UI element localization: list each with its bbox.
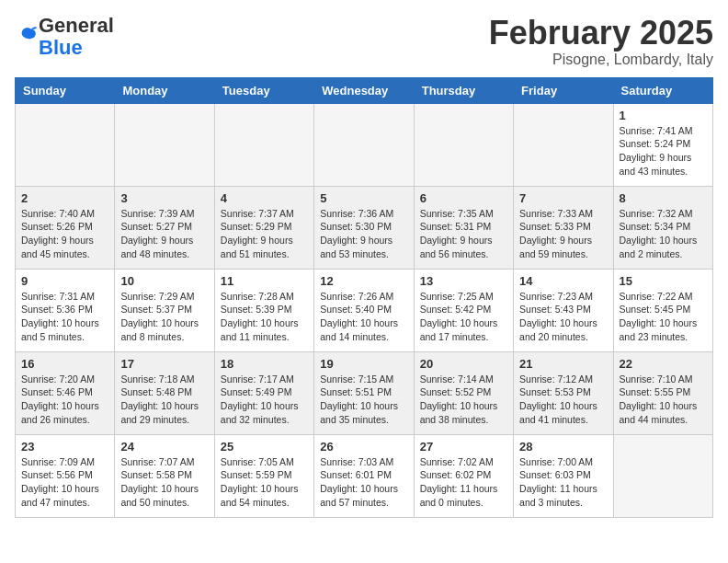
day-number: 23	[21, 440, 108, 454]
week-row-0: 1Sunrise: 7:41 AM Sunset: 5:24 PM Daylig…	[16, 103, 713, 186]
day-number: 18	[221, 357, 308, 371]
day-info: Sunrise: 7:25 AM Sunset: 5:42 PM Dayligh…	[420, 290, 507, 344]
calendar-cell: 20Sunrise: 7:14 AM Sunset: 5:52 PM Dayli…	[414, 351, 513, 434]
day-info: Sunrise: 7:18 AM Sunset: 5:48 PM Dayligh…	[120, 373, 208, 427]
page-header: General Blue February 2025 Pisogne, Lomb…	[15, 15, 713, 68]
day-number: 9	[21, 274, 108, 288]
weekday-header-thursday: Thursday	[414, 77, 513, 103]
weekday-header-tuesday: Tuesday	[214, 77, 313, 103]
calendar-cell: 26Sunrise: 7:03 AM Sunset: 6:01 PM Dayli…	[314, 434, 414, 517]
day-info: Sunrise: 7:28 AM Sunset: 5:39 PM Dayligh…	[221, 290, 308, 344]
day-number: 26	[320, 440, 407, 454]
day-info: Sunrise: 7:40 AM Sunset: 5:26 PM Dayligh…	[21, 207, 108, 261]
day-info: Sunrise: 7:05 AM Sunset: 5:59 PM Dayligh…	[221, 455, 308, 510]
day-info: Sunrise: 7:15 AM Sunset: 5:51 PM Dayligh…	[320, 373, 407, 427]
day-number: 25	[221, 440, 308, 454]
day-number: 15	[620, 274, 707, 288]
week-row-2: 9Sunrise: 7:31 AM Sunset: 5:36 PM Daylig…	[16, 269, 713, 351]
day-info: Sunrise: 7:10 AM Sunset: 5:55 PM Dayligh…	[620, 373, 707, 427]
day-info: Sunrise: 7:00 AM Sunset: 6:03 PM Dayligh…	[519, 455, 607, 510]
calendar-cell: 12Sunrise: 7:26 AM Sunset: 5:40 PM Dayli…	[314, 269, 414, 351]
day-info: Sunrise: 7:23 AM Sunset: 5:43 PM Dayligh…	[519, 290, 607, 344]
weekday-header-sunday: Sunday	[16, 77, 115, 103]
day-info: Sunrise: 7:41 AM Sunset: 5:24 PM Dayligh…	[620, 124, 707, 178]
day-number: 4	[221, 191, 308, 205]
month-title: February 2025	[489, 15, 713, 52]
calendar-table: SundayMondayTuesdayWednesdayThursdayFrid…	[15, 77, 713, 518]
day-number: 8	[620, 191, 707, 205]
day-info: Sunrise: 7:36 AM Sunset: 5:30 PM Dayligh…	[320, 207, 407, 261]
calendar-cell: 3Sunrise: 7:39 AM Sunset: 5:27 PM Daylig…	[115, 186, 214, 269]
calendar-cell: 21Sunrise: 7:12 AM Sunset: 5:53 PM Dayli…	[514, 351, 613, 434]
day-info: Sunrise: 7:22 AM Sunset: 5:45 PM Dayligh…	[620, 290, 707, 344]
day-number: 3	[120, 191, 208, 205]
day-info: Sunrise: 7:17 AM Sunset: 5:49 PM Dayligh…	[221, 373, 308, 427]
day-info: Sunrise: 7:32 AM Sunset: 5:34 PM Dayligh…	[620, 207, 707, 261]
calendar-cell: 19Sunrise: 7:15 AM Sunset: 5:51 PM Dayli…	[314, 351, 414, 434]
calendar-cell: 27Sunrise: 7:02 AM Sunset: 6:02 PM Dayli…	[414, 434, 513, 517]
day-number: 27	[420, 440, 507, 454]
day-number: 12	[320, 274, 407, 288]
calendar-cell: 25Sunrise: 7:05 AM Sunset: 5:59 PM Dayli…	[214, 434, 313, 517]
day-info: Sunrise: 7:02 AM Sunset: 6:02 PM Dayligh…	[420, 455, 507, 510]
calendar-cell	[613, 434, 712, 517]
day-number: 17	[120, 357, 208, 371]
day-info: Sunrise: 7:39 AM Sunset: 5:27 PM Dayligh…	[120, 207, 208, 261]
calendar-cell: 28Sunrise: 7:00 AM Sunset: 6:03 PM Dayli…	[514, 434, 613, 517]
calendar-cell: 10Sunrise: 7:29 AM Sunset: 5:37 PM Dayli…	[115, 269, 214, 351]
calendar-cell	[115, 103, 214, 186]
day-number: 13	[420, 274, 507, 288]
calendar-cell: 16Sunrise: 7:20 AM Sunset: 5:46 PM Dayli…	[16, 351, 115, 434]
calendar-cell: 4Sunrise: 7:37 AM Sunset: 5:29 PM Daylig…	[214, 186, 313, 269]
title-block: February 2025 Pisogne, Lombardy, Italy	[489, 15, 713, 68]
day-info: Sunrise: 7:29 AM Sunset: 5:37 PM Dayligh…	[120, 290, 208, 344]
day-number: 22	[620, 357, 707, 371]
calendar-cell: 2Sunrise: 7:40 AM Sunset: 5:26 PM Daylig…	[16, 186, 115, 269]
calendar-cell: 1Sunrise: 7:41 AM Sunset: 5:24 PM Daylig…	[613, 103, 712, 186]
day-number: 19	[320, 357, 407, 371]
logo-bird-icon	[17, 24, 39, 46]
calendar-cell: 24Sunrise: 7:07 AM Sunset: 5:58 PM Dayli…	[115, 434, 214, 517]
calendar-cell	[16, 103, 115, 186]
day-info: Sunrise: 7:09 AM Sunset: 5:56 PM Dayligh…	[21, 455, 108, 510]
weekday-header-row: SundayMondayTuesdayWednesdayThursdayFrid…	[16, 77, 713, 103]
day-number: 21	[519, 357, 607, 371]
weekday-header-wednesday: Wednesday	[314, 77, 414, 103]
day-number: 24	[120, 440, 208, 454]
day-number: 2	[21, 191, 108, 205]
day-info: Sunrise: 7:12 AM Sunset: 5:53 PM Dayligh…	[519, 373, 607, 427]
day-number: 20	[420, 357, 507, 371]
day-info: Sunrise: 7:14 AM Sunset: 5:52 PM Dayligh…	[420, 373, 507, 427]
calendar-cell: 13Sunrise: 7:25 AM Sunset: 5:42 PM Dayli…	[414, 269, 513, 351]
calendar-cell: 22Sunrise: 7:10 AM Sunset: 5:55 PM Dayli…	[613, 351, 712, 434]
calendar-cell	[414, 103, 513, 186]
day-info: Sunrise: 7:03 AM Sunset: 6:01 PM Dayligh…	[320, 455, 407, 510]
weekday-header-monday: Monday	[115, 77, 214, 103]
day-number: 16	[21, 357, 108, 371]
calendar-cell: 14Sunrise: 7:23 AM Sunset: 5:43 PM Dayli…	[514, 269, 613, 351]
day-number: 1	[620, 109, 707, 122]
day-number: 7	[519, 191, 607, 205]
day-info: Sunrise: 7:33 AM Sunset: 5:33 PM Dayligh…	[519, 207, 607, 261]
calendar-cell: 17Sunrise: 7:18 AM Sunset: 5:48 PM Dayli…	[115, 351, 214, 434]
day-number: 5	[320, 191, 407, 205]
week-row-3: 16Sunrise: 7:20 AM Sunset: 5:46 PM Dayli…	[16, 351, 713, 434]
calendar-cell: 18Sunrise: 7:17 AM Sunset: 5:49 PM Dayli…	[214, 351, 313, 434]
calendar-cell: 7Sunrise: 7:33 AM Sunset: 5:33 PM Daylig…	[514, 186, 613, 269]
calendar-cell: 6Sunrise: 7:35 AM Sunset: 5:31 PM Daylig…	[414, 186, 513, 269]
logo-text: General Blue	[39, 15, 114, 59]
day-number: 28	[519, 440, 607, 454]
day-number: 11	[221, 274, 308, 288]
calendar-cell	[514, 103, 613, 186]
week-row-1: 2Sunrise: 7:40 AM Sunset: 5:26 PM Daylig…	[16, 186, 713, 269]
day-info: Sunrise: 7:35 AM Sunset: 5:31 PM Dayligh…	[420, 207, 507, 261]
day-number: 10	[120, 274, 208, 288]
day-info: Sunrise: 7:37 AM Sunset: 5:29 PM Dayligh…	[221, 207, 308, 261]
day-info: Sunrise: 7:31 AM Sunset: 5:36 PM Dayligh…	[21, 290, 108, 344]
calendar-cell: 15Sunrise: 7:22 AM Sunset: 5:45 PM Dayli…	[613, 269, 712, 351]
calendar-cell: 8Sunrise: 7:32 AM Sunset: 5:34 PM Daylig…	[613, 186, 712, 269]
calendar-cell	[314, 103, 414, 186]
week-row-4: 23Sunrise: 7:09 AM Sunset: 5:56 PM Dayli…	[16, 434, 713, 517]
day-info: Sunrise: 7:20 AM Sunset: 5:46 PM Dayligh…	[21, 373, 108, 427]
calendar-cell: 11Sunrise: 7:28 AM Sunset: 5:39 PM Dayli…	[214, 269, 313, 351]
